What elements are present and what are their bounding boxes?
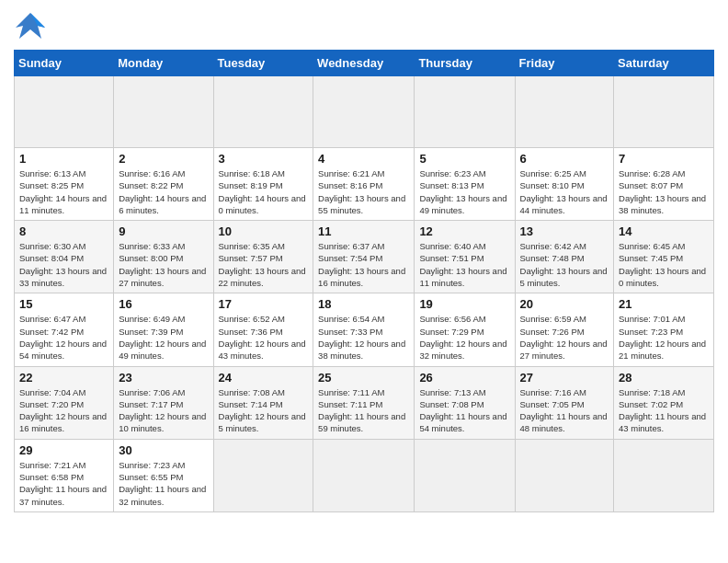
calendar-cell: 2 Sunrise: 6:16 AM Sunset: 8:22 PM Dayli… bbox=[114, 148, 213, 221]
header bbox=[14, 9, 714, 42]
calendar-cell: 28 Sunrise: 7:18 AM Sunset: 7:02 PM Dayl… bbox=[614, 366, 714, 439]
calendar-cell: 18 Sunrise: 6:54 AM Sunset: 7:33 PM Dayl… bbox=[313, 293, 415, 366]
col-friday: Friday bbox=[515, 51, 614, 76]
calendar-cell: 17 Sunrise: 6:52 AM Sunset: 7:36 PM Dayl… bbox=[213, 293, 313, 366]
calendar-cell: 6 Sunrise: 6:25 AM Sunset: 8:10 PM Dayli… bbox=[515, 148, 614, 221]
day-number: 22 bbox=[19, 371, 108, 385]
day-info: Sunrise: 6:37 AM Sunset: 7:54 PM Dayligh… bbox=[318, 240, 409, 289]
day-number: 4 bbox=[318, 152, 409, 166]
day-number: 29 bbox=[19, 443, 108, 457]
calendar-cell bbox=[114, 76, 213, 148]
day-info: Sunrise: 6:18 AM Sunset: 8:19 PM Dayligh… bbox=[219, 167, 309, 216]
calendar-cell: 29 Sunrise: 7:21 AM Sunset: 6:58 PM Dayl… bbox=[15, 439, 114, 511]
day-info: Sunrise: 6:52 AM Sunset: 7:36 PM Dayligh… bbox=[219, 313, 309, 362]
calendar-cell bbox=[313, 76, 415, 148]
day-number: 12 bbox=[419, 224, 509, 238]
calendar-cell: 25 Sunrise: 7:11 AM Sunset: 7:11 PM Dayl… bbox=[313, 366, 415, 439]
day-info: Sunrise: 6:35 AM Sunset: 7:57 PM Dayligh… bbox=[219, 240, 309, 289]
day-info: Sunrise: 6:23 AM Sunset: 8:13 PM Dayligh… bbox=[419, 167, 509, 216]
calendar-week-4: 22 Sunrise: 7:04 AM Sunset: 7:20 PM Dayl… bbox=[15, 366, 714, 439]
day-info: Sunrise: 7:18 AM Sunset: 7:02 PM Dayligh… bbox=[619, 386, 709, 435]
day-info: Sunrise: 6:59 AM Sunset: 7:26 PM Dayligh… bbox=[520, 313, 609, 362]
calendar-cell: 7 Sunrise: 6:28 AM Sunset: 8:07 PM Dayli… bbox=[614, 148, 714, 221]
calendar-cell bbox=[614, 439, 714, 511]
header-row: Sunday Monday Tuesday Wednesday Thursday… bbox=[15, 51, 714, 76]
calendar-cell: 24 Sunrise: 7:08 AM Sunset: 7:14 PM Dayl… bbox=[213, 366, 313, 439]
day-number: 2 bbox=[119, 152, 208, 166]
calendar-cell bbox=[415, 439, 515, 511]
day-number: 10 bbox=[219, 224, 309, 238]
col-sunday: Sunday bbox=[15, 51, 114, 76]
day-number: 19 bbox=[419, 297, 509, 311]
calendar-cell bbox=[515, 439, 614, 511]
calendar-cell: 5 Sunrise: 6:23 AM Sunset: 8:13 PM Dayli… bbox=[415, 148, 515, 221]
day-number: 14 bbox=[619, 224, 709, 238]
day-info: Sunrise: 6:47 AM Sunset: 7:42 PM Dayligh… bbox=[19, 313, 108, 362]
calendar-cell: 3 Sunrise: 6:18 AM Sunset: 8:19 PM Dayli… bbox=[213, 148, 313, 221]
calendar-cell: 8 Sunrise: 6:30 AM Sunset: 8:04 PM Dayli… bbox=[15, 221, 114, 293]
day-number: 26 bbox=[419, 371, 509, 385]
col-thursday: Thursday bbox=[415, 51, 515, 76]
day-info: Sunrise: 6:16 AM Sunset: 8:22 PM Dayligh… bbox=[119, 167, 208, 216]
calendar-cell bbox=[614, 76, 714, 148]
calendar-cell bbox=[415, 76, 515, 148]
col-saturday: Saturday bbox=[614, 51, 714, 76]
col-tuesday: Tuesday bbox=[213, 51, 313, 76]
day-number: 16 bbox=[119, 297, 208, 311]
day-info: Sunrise: 6:40 AM Sunset: 7:51 PM Dayligh… bbox=[419, 240, 509, 289]
calendar-cell: 21 Sunrise: 7:01 AM Sunset: 7:23 PM Dayl… bbox=[614, 293, 714, 366]
calendar-cell: 10 Sunrise: 6:35 AM Sunset: 7:57 PM Dayl… bbox=[213, 221, 313, 293]
calendar-cell: 23 Sunrise: 7:06 AM Sunset: 7:17 PM Dayl… bbox=[114, 366, 213, 439]
calendar-cell: 15 Sunrise: 6:47 AM Sunset: 7:42 PM Dayl… bbox=[15, 293, 114, 366]
day-number: 30 bbox=[119, 443, 208, 457]
calendar-cell: 9 Sunrise: 6:33 AM Sunset: 8:00 PM Dayli… bbox=[114, 221, 213, 293]
day-number: 27 bbox=[520, 371, 609, 385]
day-info: Sunrise: 7:23 AM Sunset: 6:55 PM Dayligh… bbox=[119, 459, 208, 508]
calendar-cell: 26 Sunrise: 7:13 AM Sunset: 7:08 PM Dayl… bbox=[415, 366, 515, 439]
day-number: 24 bbox=[219, 371, 309, 385]
day-number: 20 bbox=[520, 297, 609, 311]
calendar-cell: 20 Sunrise: 6:59 AM Sunset: 7:26 PM Dayl… bbox=[515, 293, 614, 366]
day-number: 5 bbox=[419, 152, 509, 166]
calendar-week-1: 1 Sunrise: 6:13 AM Sunset: 8:25 PM Dayli… bbox=[15, 148, 714, 221]
day-info: Sunrise: 7:16 AM Sunset: 7:05 PM Dayligh… bbox=[520, 386, 609, 435]
calendar-cell: 22 Sunrise: 7:04 AM Sunset: 7:20 PM Dayl… bbox=[15, 366, 114, 439]
day-info: Sunrise: 6:13 AM Sunset: 8:25 PM Dayligh… bbox=[19, 167, 108, 216]
day-info: Sunrise: 6:54 AM Sunset: 7:33 PM Dayligh… bbox=[318, 313, 409, 362]
calendar-cell: 13 Sunrise: 6:42 AM Sunset: 7:48 PM Dayl… bbox=[515, 221, 614, 293]
day-info: Sunrise: 7:01 AM Sunset: 7:23 PM Dayligh… bbox=[619, 313, 709, 362]
calendar-cell bbox=[15, 76, 114, 148]
calendar-week-0 bbox=[15, 76, 714, 148]
day-info: Sunrise: 6:49 AM Sunset: 7:39 PM Dayligh… bbox=[119, 313, 208, 362]
logo-icon bbox=[14, 9, 47, 42]
calendar-cell: 19 Sunrise: 6:56 AM Sunset: 7:29 PM Dayl… bbox=[415, 293, 515, 366]
day-number: 21 bbox=[619, 297, 709, 311]
day-number: 17 bbox=[219, 297, 309, 311]
calendar-cell: 12 Sunrise: 6:40 AM Sunset: 7:51 PM Dayl… bbox=[415, 221, 515, 293]
calendar-cell: 30 Sunrise: 7:23 AM Sunset: 6:55 PM Dayl… bbox=[114, 439, 213, 511]
calendar-cell: 14 Sunrise: 6:45 AM Sunset: 7:45 PM Dayl… bbox=[614, 221, 714, 293]
col-monday: Monday bbox=[114, 51, 213, 76]
day-number: 23 bbox=[119, 371, 208, 385]
day-info: Sunrise: 6:33 AM Sunset: 8:00 PM Dayligh… bbox=[119, 240, 208, 289]
day-info: Sunrise: 6:25 AM Sunset: 8:10 PM Dayligh… bbox=[520, 167, 609, 216]
calendar-cell: 4 Sunrise: 6:21 AM Sunset: 8:16 PM Dayli… bbox=[313, 148, 415, 221]
calendar-cell bbox=[313, 439, 415, 511]
col-wednesday: Wednesday bbox=[313, 51, 415, 76]
calendar-week-2: 8 Sunrise: 6:30 AM Sunset: 8:04 PM Dayli… bbox=[15, 221, 714, 293]
day-info: Sunrise: 7:13 AM Sunset: 7:08 PM Dayligh… bbox=[419, 386, 509, 435]
calendar-week-5: 29 Sunrise: 7:21 AM Sunset: 6:58 PM Dayl… bbox=[15, 439, 714, 511]
day-number: 28 bbox=[619, 371, 709, 385]
day-info: Sunrise: 6:56 AM Sunset: 7:29 PM Dayligh… bbox=[419, 313, 509, 362]
day-number: 13 bbox=[520, 224, 609, 238]
day-number: 7 bbox=[619, 152, 709, 166]
calendar-table: Sunday Monday Tuesday Wednesday Thursday… bbox=[14, 50, 714, 512]
day-info: Sunrise: 6:45 AM Sunset: 7:45 PM Dayligh… bbox=[619, 240, 709, 289]
day-number: 1 bbox=[19, 152, 108, 166]
bird-icon bbox=[14, 9, 47, 42]
day-number: 11 bbox=[318, 224, 409, 238]
day-info: Sunrise: 6:30 AM Sunset: 8:04 PM Dayligh… bbox=[19, 240, 108, 289]
day-info: Sunrise: 6:42 AM Sunset: 7:48 PM Dayligh… bbox=[520, 240, 609, 289]
day-info: Sunrise: 7:08 AM Sunset: 7:14 PM Dayligh… bbox=[219, 386, 309, 435]
page-container: Sunday Monday Tuesday Wednesday Thursday… bbox=[0, 0, 728, 522]
